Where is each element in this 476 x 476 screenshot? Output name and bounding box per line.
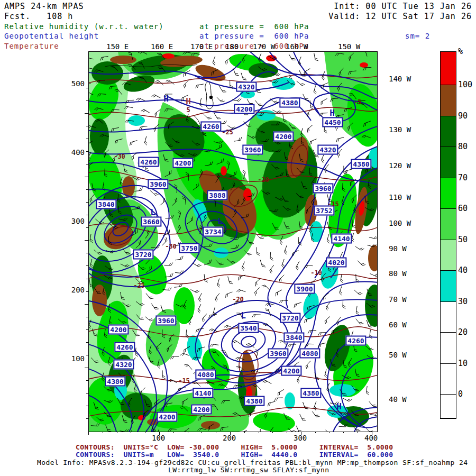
colorbar-segment [441,178,456,209]
lon-label-right: 80 W [389,269,407,278]
height-contour-label: 3960 [148,179,168,189]
axis-tick [86,380,88,381]
forecast-map: 4320438042004260420044504320396043804260… [88,51,378,432]
height-contour-label: 4380 [300,388,321,398]
height-contour-label: 3750 [179,243,199,253]
temp-contour-label: -15 [327,200,339,208]
colorbar-tick-label: 90 [458,111,468,121]
forecast-hour: Fcst. 108 h [4,13,73,21]
axis-tick [86,355,88,355]
temp-contour-label: -20 [232,296,244,303]
axis-tick [103,432,103,433]
axis-tick [86,317,88,317]
colorbar-segment [441,147,456,178]
axis-tick [86,151,88,152]
axis-tick [202,432,202,433]
temp-contour-label: -15 [178,377,190,385]
height-contour-label: 4140 [331,234,352,244]
x-axis-label: 300 [294,434,307,442]
temp-contour-label: -30 [114,153,125,160]
colorbar-segment [441,271,456,302]
lon-label-right: 110 W [389,193,411,202]
axis-tick [85,240,88,241]
height-contour-label: 3840 [283,333,304,343]
temp-contour-label: 5 [186,106,190,114]
lon-label-right: 120 W [389,161,411,170]
colorbar-tick-label: 100 [458,80,472,89]
height-contour-label: 3660 [141,217,161,227]
height-contour-label: 4080 [299,349,320,359]
field-hgt-level: at pressure = 600 hPa [199,32,309,40]
height-contour-label: 4200 [191,405,212,415]
lon-label-right: 100 W [389,219,411,227]
low-marker: L [241,310,246,321]
axis-tick [131,432,131,433]
model-info-line2: LW:rrtmg_lw SW:rrtmg_sw SFLAY:sf_mynn [168,466,329,474]
model-title: AMPS 24-km MPAS [4,3,84,11]
colorbar-tick-label: 40 [458,266,468,275]
height-contour-label: 4200 [157,412,177,422]
colorbar-tick-label: 80 [458,142,468,151]
height-contour-label: 4200 [172,158,193,168]
height-contour-label: 4140 [193,388,213,398]
lon-label-top: 160 W [286,42,308,51]
lon-label-top: 170 W [253,42,275,51]
colorbar-segment [441,52,456,85]
colorbar-unit: % [458,47,463,56]
init-time: Init: 00 UTC Tue 13 Jan 26 [334,3,472,11]
lon-label-top: 150 W [338,42,360,51]
colorbar-segment [441,302,456,333]
colorbar-segment [441,395,456,418]
axis-tick [230,432,231,435]
axis-tick [86,253,88,253]
axis-tick [188,432,188,433]
height-contour-label: 3840 [96,199,116,209]
axis-tick [86,393,88,393]
height-contour-label: 4020 [326,258,346,268]
axis-tick [117,432,117,433]
axis-tick [86,88,88,88]
axis-tick [315,432,316,433]
colorbar-segment [441,116,456,148]
height-contour-label: 4450 [322,117,343,127]
lon-label-top: 160 E [151,42,173,51]
height-contour-label: 4380 [351,159,371,169]
axis-tick [86,189,88,190]
lon-label-right: 40 W [389,395,407,404]
temp-contour-label: -25 [133,282,145,289]
axis-tick [244,432,245,433]
high-marker: H [186,96,191,106]
axis-tick [358,432,358,433]
temp-contour-label: -25 [222,129,233,136]
height-contour-label: 3960 [313,184,333,194]
x-axis-label: 100 [152,434,165,442]
axis-tick [259,432,259,433]
axis-tick [86,215,88,215]
temp-contour-label: -20 [258,176,269,184]
height-contour-label: 3888 [207,190,227,200]
height-contour-label: 4080 [195,370,216,380]
lon-label-top: 150 E [106,42,129,51]
y-axis-label: 500 [67,79,85,88]
lon-label-top: 170 E [190,42,213,51]
height-contour-label: 4260 [138,157,159,167]
low-marker: L [217,216,223,226]
axis-tick [86,418,88,419]
colorbar-tick-label: 0 [458,389,463,399]
axis-tick [85,368,88,368]
axis-tick [86,266,88,266]
colorbar-segment [441,333,456,364]
colorbar-segment [441,209,456,240]
axis-tick [85,304,88,305]
axis-tick [86,139,88,139]
axis-tick [216,432,216,433]
axis-tick [86,227,88,228]
colorbar-segment [441,364,456,395]
y-axis-label: 100 [67,354,85,363]
axis-tick [86,342,88,343]
field-hgt-label: Geopotential height [4,32,99,40]
hgt-contour-info: CONTOURS: UNITS=m LOW= 3540.0 HIGH= 4440… [76,451,393,459]
colorbar-tick-label: 20 [458,327,468,337]
lon-label-right: 140 W [389,75,411,83]
axis-tick [372,432,372,435]
